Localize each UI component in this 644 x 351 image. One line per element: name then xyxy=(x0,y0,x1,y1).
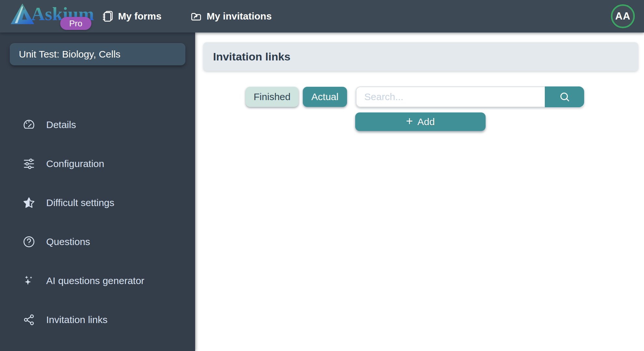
add-button-label: Add xyxy=(417,116,435,127)
search-input[interactable] xyxy=(356,86,545,107)
filter-actual-button[interactable]: Actual xyxy=(303,87,347,107)
nav-my-forms[interactable]: My forms xyxy=(101,10,161,22)
sidebar-item-label: Details xyxy=(46,119,76,130)
nav-my-invitations[interactable]: My invitations xyxy=(190,10,272,22)
sidebar-item-label: AI questions generator xyxy=(46,275,144,286)
sidebar-item-label: Questions xyxy=(46,236,90,247)
plus-icon: + xyxy=(406,115,413,127)
current-form-title[interactable]: Unit Test: Biology, Cells xyxy=(10,43,185,65)
notebook-icon xyxy=(101,10,114,22)
filter-finished-button[interactable]: Finished xyxy=(246,87,299,107)
question-circle-icon xyxy=(22,235,35,248)
page-title-panel: Invitation links xyxy=(203,42,638,71)
page-title: Invitation links xyxy=(213,50,290,63)
sidebar-item-label: Difficult settings xyxy=(46,197,114,208)
sidebar-item-details[interactable]: Details xyxy=(0,105,195,144)
top-navigation-bar: Askium Pro My forms xyxy=(0,0,644,32)
share-icon xyxy=(22,313,35,326)
search-icon xyxy=(558,91,571,103)
app-window: Askium Pro My forms xyxy=(0,0,644,351)
search-button[interactable] xyxy=(545,86,584,107)
sidebar-item-label: Configuration xyxy=(46,158,104,169)
pro-badge: Pro xyxy=(60,17,91,30)
search-group xyxy=(356,86,584,107)
sidebar-item-questions[interactable]: Questions xyxy=(0,222,195,261)
folder-share-icon xyxy=(190,10,202,22)
nav-my-forms-label: My forms xyxy=(118,11,161,22)
filter-search-row: Finished Actual xyxy=(246,86,584,107)
sidebar-item-difficult-settings[interactable]: Difficult settings xyxy=(0,183,195,222)
sidebar-menu: Details Configuration xyxy=(0,105,195,351)
gauge-icon xyxy=(22,118,35,131)
sidebar-item-invitation-links[interactable]: Invitation links xyxy=(0,300,195,339)
avatar[interactable]: AA xyxy=(611,4,635,28)
sidebar-item-label: Invitation links xyxy=(46,314,107,325)
sidebar-item-ai-questions-generator[interactable]: AI questions generator xyxy=(0,261,195,300)
sliders-icon xyxy=(22,157,35,170)
main-content: Invitation links Finished Actual + Add xyxy=(195,32,644,351)
sidebar-item-contact-list[interactable]: Contact list xyxy=(0,339,195,351)
avatar-initials: AA xyxy=(615,10,631,22)
star-icon xyxy=(22,196,35,209)
add-invitation-link-button[interactable]: + Add xyxy=(355,112,486,131)
sidebar-item-configuration[interactable]: Configuration xyxy=(0,144,195,183)
sidebar: Unit Test: Biology, Cells Details xyxy=(0,32,195,351)
app-logo[interactable]: Askium Pro xyxy=(0,0,94,32)
current-form-title-label: Unit Test: Biology, Cells xyxy=(19,49,120,60)
top-nav: My forms My invitations xyxy=(101,10,272,22)
nav-my-invitations-label: My invitations xyxy=(207,11,272,22)
sparkles-icon xyxy=(22,274,35,287)
